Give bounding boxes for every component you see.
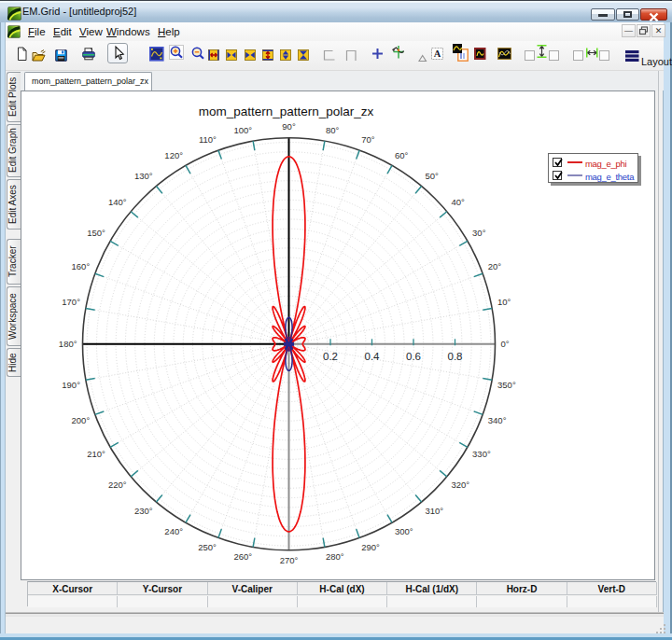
svg-text:40°: 40° bbox=[451, 197, 465, 207]
svg-text:20°: 20° bbox=[488, 261, 502, 271]
svg-text:240°: 240° bbox=[164, 526, 183, 536]
svg-text:0.8: 0.8 bbox=[448, 351, 463, 362]
svg-text:70°: 70° bbox=[361, 134, 375, 145]
svg-text:90°: 90° bbox=[282, 121, 296, 132]
svg-text:230°: 230° bbox=[134, 506, 153, 516]
svg-text:300°: 300° bbox=[395, 526, 413, 536]
svg-text:10°: 10° bbox=[497, 297, 511, 307]
svg-text:310°: 310° bbox=[425, 506, 443, 516]
svg-text:340°: 340° bbox=[488, 415, 507, 425]
svg-text:100°: 100° bbox=[233, 125, 252, 135]
svg-text:330°: 330° bbox=[472, 449, 491, 459]
svg-text:280°: 280° bbox=[326, 551, 344, 562]
svg-text:0.6: 0.6 bbox=[406, 351, 421, 362]
svg-text:250°: 250° bbox=[198, 542, 217, 552]
svg-text:210°: 210° bbox=[87, 449, 105, 459]
svg-text:160°: 160° bbox=[72, 261, 91, 271]
svg-text:0.2: 0.2 bbox=[323, 351, 338, 362]
svg-text:200°: 200° bbox=[72, 415, 91, 425]
svg-text:0°: 0° bbox=[501, 339, 510, 349]
svg-text:130°: 130° bbox=[134, 171, 153, 181]
svg-text:50°: 50° bbox=[425, 171, 439, 181]
svg-text:270°: 270° bbox=[280, 555, 299, 565]
svg-text:A: A bbox=[434, 49, 441, 59]
svg-text:30°: 30° bbox=[472, 228, 486, 238]
svg-text:110°: 110° bbox=[199, 134, 217, 145]
svg-text:260°: 260° bbox=[233, 551, 252, 562]
svg-text:320°: 320° bbox=[451, 480, 469, 490]
svg-text:80°: 80° bbox=[326, 125, 340, 135]
svg-text:220°: 220° bbox=[108, 480, 127, 490]
svg-text:190°: 190° bbox=[62, 380, 80, 390]
svg-text:290°: 290° bbox=[361, 542, 380, 552]
svg-text:0.4: 0.4 bbox=[365, 351, 381, 362]
svg-text:170°: 170° bbox=[62, 297, 80, 307]
svg-text:140°: 140° bbox=[108, 197, 127, 207]
svg-text:350°: 350° bbox=[497, 380, 516, 390]
svg-text:mom_pattern_pattern_polar_zx: mom_pattern_pattern_polar_zx bbox=[199, 104, 374, 118]
svg-text:180°: 180° bbox=[59, 339, 77, 349]
svg-text:150°: 150° bbox=[87, 228, 105, 238]
svg-text:60°: 60° bbox=[395, 150, 409, 160]
svg-text:120°: 120° bbox=[164, 150, 183, 160]
